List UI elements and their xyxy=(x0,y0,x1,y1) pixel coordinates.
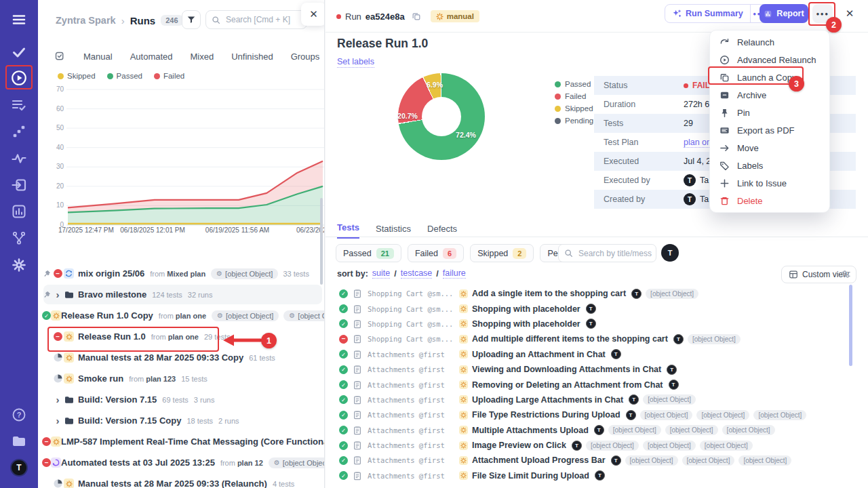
test-title[interactable]: Shopping with placeholder xyxy=(472,319,580,329)
menu-item-relaunch[interactable]: Relaunch xyxy=(710,33,829,51)
suite-name[interactable]: Shopping Cart @sm... xyxy=(368,320,454,328)
test-tag[interactable]: [object Object] xyxy=(640,410,693,420)
run-summary-button[interactable]: Run Summary ●●● xyxy=(665,4,769,23)
filter-failed[interactable]: Failed6 xyxy=(408,244,464,262)
plan-name[interactable]: plan 123 xyxy=(146,375,176,383)
test-tag[interactable]: [object Object] xyxy=(700,441,753,451)
suite-name[interactable]: Shopping Cart @sm... xyxy=(368,335,454,343)
run-list-item[interactable]: – ✓ › LMP-587 Impl xyxy=(38,431,325,452)
test-title[interactable]: Multiple Attachments Upload xyxy=(472,426,589,435)
bulk-select-icon[interactable] xyxy=(54,51,66,62)
test-tag[interactable]: [object Object] xyxy=(665,425,718,435)
test-tag[interactable]: [object Object] xyxy=(738,455,791,466)
suite-name[interactable]: Shopping Cart @sm... xyxy=(368,305,454,313)
suite-name[interactable]: Attachments @first xyxy=(368,472,454,480)
plan-name[interactable]: Mixed plan xyxy=(167,270,205,278)
test-tag[interactable]: [object Object] xyxy=(643,394,696,405)
run-title[interactable]: Build: Version 7.15 xyxy=(78,394,157,405)
assignee-avatar[interactable]: T xyxy=(629,394,639,405)
suite-name[interactable]: Attachments @first xyxy=(368,350,454,359)
test-row[interactable]: ✓ – Shopping Cart @sm... Shopping with p… xyxy=(326,301,868,316)
milestones-steps-icon[interactable] xyxy=(0,121,38,142)
help-icon[interactable]: ? xyxy=(0,405,38,425)
settings-gear-icon[interactable] xyxy=(0,255,38,275)
run-list-item[interactable]: – ✓ › Smoke run xyxy=(38,368,325,389)
checkmark-icon[interactable] xyxy=(0,42,38,62)
activity-pulse-icon[interactable] xyxy=(0,148,38,169)
assignee-avatar[interactable]: T xyxy=(611,455,621,466)
assignee-avatar[interactable]: T xyxy=(586,304,596,314)
assignee-avatar[interactable]: T xyxy=(673,334,684,344)
test-title[interactable]: Removing or Deleting an Attachment from … xyxy=(472,380,663,390)
test-row[interactable]: ✓ – Attachments @first File Size Limit D… xyxy=(326,468,868,483)
breadcrumb-section[interactable]: Runs xyxy=(130,15,156,26)
assignee-avatar[interactable]: T xyxy=(611,349,621,359)
assignee-avatar[interactable]: T xyxy=(572,441,582,451)
test-tag[interactable]: [object Object] xyxy=(643,441,696,451)
test-title[interactable]: Add multiple different items to the shop… xyxy=(472,334,668,344)
run-list-item[interactable]: – ✓ › Build: Versi xyxy=(38,389,325,410)
menu-item-export-pdf[interactable]: Export as PDF xyxy=(710,121,829,139)
test-title[interactable]: Image Preview on Click xyxy=(472,441,566,450)
assignee-avatar[interactable]: T xyxy=(669,380,679,390)
test-row[interactable]: ✓ – Attachments @first Attachment Upload… xyxy=(326,453,868,468)
runs-filter-tab[interactable]: Manual xyxy=(83,52,113,62)
report-button[interactable]: Report xyxy=(760,4,808,23)
test-title[interactable]: Uploading an Attachment in Chat xyxy=(472,350,606,359)
tests-search-input[interactable] xyxy=(577,248,653,259)
test-tag[interactable]: [object Object] xyxy=(722,425,775,435)
run-list-item[interactable]: – ✓ › Manual tests xyxy=(38,473,325,488)
user-avatar[interactable]: T xyxy=(0,458,38,478)
menu-item-archive[interactable]: Archive xyxy=(710,86,829,104)
environment-chip[interactable]: ⚙[object Object] xyxy=(212,310,279,321)
run-title[interactable]: Build: Version 7.15 Copy xyxy=(78,415,181,426)
suite-name[interactable]: Attachments @first xyxy=(368,396,454,404)
run-title[interactable]: Bravo milestone xyxy=(78,289,146,300)
suite-name[interactable]: Attachments @first xyxy=(368,441,454,449)
test-title[interactable]: Attachment Upload Progress Bar xyxy=(472,455,606,465)
runs-search[interactable] xyxy=(205,10,307,29)
run-title[interactable]: Manual tests at 28 Mar 2025 09:33 (Relau… xyxy=(78,479,267,488)
enter-box-icon[interactable] xyxy=(0,175,38,195)
test-tag[interactable]: [object Object] xyxy=(682,455,735,466)
filter-button[interactable] xyxy=(182,10,201,29)
test-row[interactable]: ✓ – Shopping Cart @sm... Add a single it… xyxy=(326,286,868,301)
plan-name[interactable]: plan one xyxy=(176,312,206,320)
assignee-avatar[interactable]: T xyxy=(667,365,677,375)
test-tag[interactable]: [object Object] xyxy=(608,425,661,435)
sort-failure-link[interactable]: failure xyxy=(443,268,466,279)
chevron-right-icon[interactable]: › xyxy=(56,289,60,300)
run-list-item[interactable]: – ✓ › Automated te xyxy=(38,452,325,473)
plan-name[interactable]: plan 12 xyxy=(237,459,263,467)
test-tag[interactable]: [object Object] xyxy=(586,441,639,451)
runs-filter-tab[interactable]: Unfinished xyxy=(231,52,273,62)
chevron-right-icon[interactable]: › xyxy=(56,415,60,426)
test-row[interactable]: ✓ – Shopping Cart @sm... Add multiple di… xyxy=(326,331,868,346)
run-title[interactable]: Manual tests at 28 Mar 2025 09:33 Copy xyxy=(78,352,243,363)
runs-search-input[interactable] xyxy=(224,14,299,25)
menu-item-pin[interactable]: Pin xyxy=(710,104,829,121)
run-title[interactable]: mix origin 25/06 xyxy=(78,268,144,279)
test-row[interactable]: ✓ – Attachments @first Viewing and Downl… xyxy=(326,362,868,377)
test-tag[interactable]: [object Object] xyxy=(688,334,741,344)
copy-icon[interactable] xyxy=(412,12,421,21)
test-tag[interactable]: [object Object] xyxy=(646,289,698,299)
runs-filter-tab[interactable]: Groups xyxy=(291,52,320,62)
run-list-item[interactable]: – ✓ › Build: Versi xyxy=(38,410,325,431)
run-title[interactable]: LMP-587 Implement Real-Time Chat Messagi… xyxy=(61,436,325,447)
filter-skipped[interactable]: Skipped2 xyxy=(470,244,534,262)
test-title[interactable]: Add a single item to the shopping cart xyxy=(472,289,626,298)
chevron-right-icon[interactable]: › xyxy=(56,394,60,405)
test-title[interactable]: Uploading Large Attachments in Chat xyxy=(472,395,623,405)
test-title[interactable]: File Size Limit During Upload xyxy=(472,471,589,481)
test-row[interactable]: ✓ – Shopping Cart @sm... Shopping with p… xyxy=(326,317,868,331)
suite-name[interactable]: Attachments @first xyxy=(368,381,454,389)
test-tag[interactable]: [object Object] xyxy=(753,410,806,420)
environment-chip[interactable]: ⚙[object Object] xyxy=(283,310,325,321)
breadcrumb-project[interactable]: Zyntra Spark xyxy=(56,15,116,26)
set-labels-link[interactable]: Set labels xyxy=(337,57,374,68)
assignee-avatar[interactable]: T xyxy=(631,289,642,299)
environment-chip[interactable]: ⚙[object Object] xyxy=(269,458,325,468)
run-list-item[interactable]: – ✓ › Bravo milest xyxy=(38,284,325,305)
suite-name[interactable]: Attachments @first xyxy=(368,411,454,419)
